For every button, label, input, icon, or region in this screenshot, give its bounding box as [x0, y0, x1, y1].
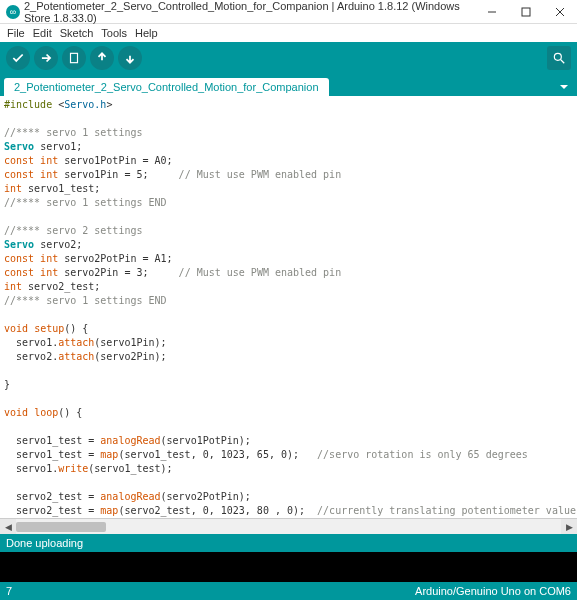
menu-edit[interactable]: Edit — [30, 27, 55, 39]
code-line[interactable] — [4, 476, 573, 490]
footer-bar: 7 Arduino/Genuino Uno on COM6 — [0, 582, 577, 600]
code-line[interactable]: servo2.attach(servo2Pin); — [4, 350, 573, 364]
code-line[interactable]: servo1_test = analogRead(servo1PotPin); — [4, 434, 573, 448]
scroll-right-button[interactable]: ▶ — [561, 519, 577, 535]
window-title: 2_Potentiometer_2_Servo_Controlled_Motio… — [24, 0, 477, 24]
svg-rect-4 — [71, 53, 78, 62]
window-controls — [477, 3, 575, 21]
upload-button[interactable] — [34, 46, 58, 70]
code-line[interactable]: const int servo1PotPin = A0; — [4, 154, 573, 168]
menu-tools[interactable]: Tools — [98, 27, 130, 39]
code-line[interactable]: const int servo2Pin = 3; // Must use PWM… — [4, 266, 573, 280]
scroll-left-button[interactable]: ◀ — [0, 519, 16, 535]
code-line[interactable] — [4, 112, 573, 126]
svg-rect-1 — [522, 8, 530, 16]
menu-help[interactable]: Help — [132, 27, 161, 39]
code-editor[interactable]: #include <Servo.h> //**** servo 1 settin… — [0, 96, 577, 518]
scroll-thumb[interactable] — [16, 522, 106, 532]
svg-line-6 — [561, 60, 565, 64]
code-line[interactable] — [4, 392, 573, 406]
tab-menu-button[interactable] — [555, 78, 573, 96]
arduino-app-icon — [6, 5, 20, 19]
status-text: Done uploading — [6, 537, 83, 549]
minimize-button[interactable] — [477, 3, 507, 21]
code-line[interactable]: int servo1_test; — [4, 182, 573, 196]
close-button[interactable] — [545, 3, 575, 21]
tab-bar: 2_Potentiometer_2_Servo_Controlled_Motio… — [0, 74, 577, 96]
code-line[interactable]: #include <Servo.h> — [4, 98, 573, 112]
code-line[interactable]: //**** servo 2 settings — [4, 224, 573, 238]
code-line[interactable]: Servo servo2; — [4, 238, 573, 252]
window-title-bar: 2_Potentiometer_2_Servo_Controlled_Motio… — [0, 0, 577, 24]
code-line[interactable]: Servo servo1; — [4, 140, 573, 154]
code-line[interactable]: } — [4, 378, 573, 392]
active-tab[interactable]: 2_Potentiometer_2_Servo_Controlled_Motio… — [4, 78, 329, 96]
compiler-console: Sketch uses 2382 bytes (7%) of program s… — [0, 552, 577, 582]
code-line[interactable] — [4, 364, 573, 378]
serial-monitor-button[interactable] — [547, 46, 571, 70]
save-button[interactable] — [118, 46, 142, 70]
code-line[interactable]: //**** servo 1 settings END — [4, 196, 573, 210]
scroll-track[interactable] — [16, 520, 561, 534]
code-line[interactable]: const int servo2PotPin = A1; — [4, 252, 573, 266]
code-line[interactable]: void loop() { — [4, 406, 573, 420]
svg-point-5 — [554, 53, 561, 60]
open-button[interactable] — [90, 46, 114, 70]
code-line[interactable] — [4, 210, 573, 224]
toolbar — [0, 42, 577, 74]
menu-sketch[interactable]: Sketch — [57, 27, 97, 39]
code-line[interactable] — [4, 420, 573, 434]
status-bar: Done uploading — [0, 534, 577, 552]
code-line[interactable]: int servo2_test; — [4, 280, 573, 294]
maximize-button[interactable] — [511, 3, 541, 21]
code-line[interactable]: servo1_test = map(servo1_test, 0, 1023, … — [4, 448, 573, 462]
code-line[interactable]: servo1.attach(servo1Pin); — [4, 336, 573, 350]
line-number: 7 — [6, 585, 12, 597]
verify-button[interactable] — [6, 46, 30, 70]
code-line[interactable]: //**** servo 1 settings — [4, 126, 573, 140]
board-port-label: Arduino/Genuino Uno on COM6 — [415, 585, 571, 597]
code-line[interactable]: const int servo1Pin = 5; // Must use PWM… — [4, 168, 573, 182]
horizontal-scrollbar: ◀ ▶ — [0, 518, 577, 534]
menu-file[interactable]: File — [4, 27, 28, 39]
code-line[interactable]: servo2_test = analogRead(servo2PotPin); — [4, 490, 573, 504]
code-line[interactable]: //**** servo 1 settings END — [4, 294, 573, 308]
code-line[interactable]: servo1.write(servo1_test); — [4, 462, 573, 476]
code-line[interactable] — [4, 308, 573, 322]
code-line[interactable]: void setup() { — [4, 322, 573, 336]
new-button[interactable] — [62, 46, 86, 70]
code-line[interactable]: servo2_test = map(servo2_test, 0, 1023, … — [4, 504, 573, 518]
menu-bar: File Edit Sketch Tools Help — [0, 24, 577, 42]
